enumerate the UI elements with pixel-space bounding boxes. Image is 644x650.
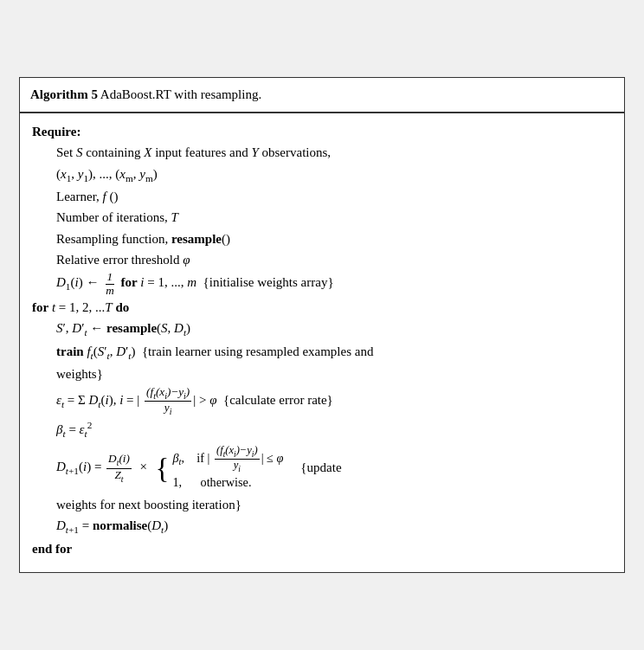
- for-line: for t = 1, 2, ...T do: [32, 298, 612, 318]
- update-comment: {update: [300, 458, 341, 478]
- algorithm-header: Algorithm 5 AdaBoost.RT with resampling.: [20, 78, 624, 113]
- train-step-cont: weights}: [32, 364, 612, 384]
- pairs-line: (x1, y1), ..., (xm, ym): [32, 164, 612, 186]
- set-line: Set S containing X input features and Y …: [32, 143, 612, 163]
- d-update-line: Dt+1(i) = Dt(i) Zt × { βt, if | (ft(xi)−…: [32, 445, 612, 492]
- resample-step: S′, D′t ← resample(S, Dt): [32, 319, 612, 340]
- brace-case-2: 1, otherwise.: [172, 473, 283, 492]
- require-label: Require:: [32, 122, 612, 142]
- weights-comment: weights for next boosting iteration}: [32, 495, 612, 515]
- algorithm-container: Algorithm 5 AdaBoost.RT with resampling.…: [19, 77, 625, 573]
- learner-line: Learner, f (): [32, 187, 612, 207]
- end-for: end for: [32, 539, 612, 559]
- d1-line: D1(i) ← 1 m for i = 1, ..., m {initialis…: [32, 271, 612, 297]
- beta-step: βt = εt2: [32, 418, 612, 441]
- algorithm-body: Require: Set S containing X input featur…: [20, 113, 624, 572]
- brace-case-1: βt, if | (ft(xi)−yi) yi | ≤ φ: [172, 445, 283, 473]
- algorithm-number: Algorithm 5: [30, 87, 98, 101]
- epsilon-step: εt = Σ Dt(i), i = | (ft(xi)−yi) yi | > φ…: [32, 386, 612, 417]
- iterations-line: Number of iterations, T: [32, 208, 612, 228]
- threshold-line: Relative error threshold φ: [32, 250, 612, 270]
- algorithm-title: AdaBoost.RT with resampling.: [98, 87, 261, 101]
- normalise-step: Dt+1 = normalise(Dt): [32, 516, 612, 537]
- train-step: train ft(S′t, D′t) {train learner using …: [32, 342, 612, 364]
- resample-function-line: Resampling function, resample(): [32, 229, 612, 249]
